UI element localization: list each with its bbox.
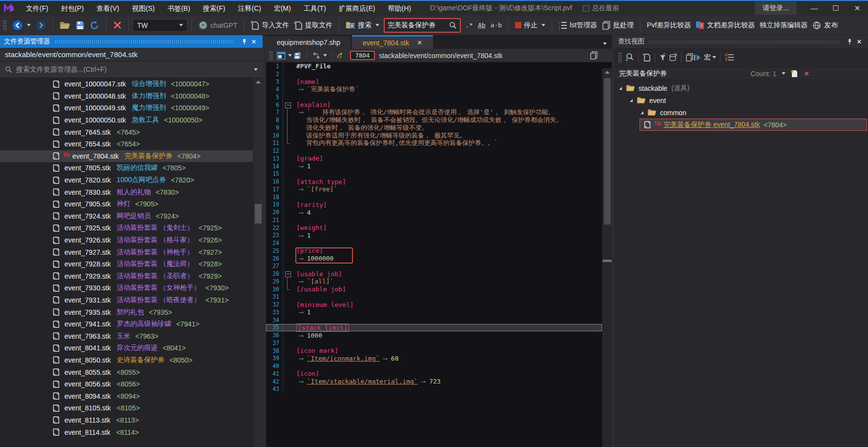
always-on-top-checkbox[interactable]: 总在最前: [583, 4, 620, 13]
find-pin-icon[interactable]: [845, 37, 854, 46]
back-button[interactable]: [10, 19, 33, 32]
code-line[interactable]: 2: [266, 70, 602, 78]
clear-list-icon[interactable]: [724, 53, 734, 61]
code-line[interactable]: 34: [266, 316, 602, 324]
save-button[interactable]: [73, 19, 87, 32]
file-item[interactable]: event_8041.stk异次元的痕迹<8041>: [0, 342, 253, 354]
file-item[interactable]: event_7928.stk活动装扮套装 （魔法师）<7928>: [0, 258, 253, 270]
tree-item-common[interactable]: common: [614, 106, 868, 119]
fold-toggle-icon[interactable]: [283, 270, 294, 278]
code-line[interactable]: 15: [266, 170, 602, 178]
find-copy-icon[interactable]: [685, 53, 694, 62]
menu-item[interactable]: 查看(V): [90, 1, 126, 16]
link-nodes-icon[interactable]: [312, 52, 321, 60]
pin-icon[interactable]: [239, 37, 249, 46]
file-item[interactable]: event_10000048.stk体力增强剂<10000048>: [0, 90, 253, 102]
match-case-toggle[interactable]: Ab: [475, 20, 488, 30]
import-file-button[interactable]: 导入文件: [248, 19, 291, 32]
menu-item[interactable]: 帮助(H): [381, 1, 417, 16]
code-line[interactable]: 4⟶ `完美装备保护券`: [266, 85, 602, 93]
file-item[interactable]: event_7929.stk活动装扮套装 （圣职者）<7929>: [0, 270, 253, 283]
regex-toggle[interactable]: .*: [463, 20, 475, 30]
back-dropdown-caret[interactable]: [27, 24, 31, 26]
code-line[interactable]: 35[stack limit]: [266, 324, 602, 332]
macro-caret[interactable]: [712, 56, 716, 59]
checkbox-icon[interactable]: [583, 5, 589, 12]
code-line[interactable]: 40: [266, 362, 602, 370]
code-line[interactable]: 20⟶ 4: [266, 208, 602, 216]
expander-icon[interactable]: [630, 99, 633, 102]
refresh-button[interactable]: [87, 19, 102, 32]
clear-result-icon[interactable]: ✕: [804, 70, 809, 78]
window-view-icon[interactable]: [277, 52, 286, 60]
close-button[interactable]: ✕: [847, 1, 868, 16]
minimize-button[interactable]: —: [804, 1, 825, 16]
save-as-icon[interactable]: [293, 52, 302, 60]
code-line[interactable]: 25[price]: [266, 247, 602, 255]
menu-item[interactable]: 封包(P): [55, 1, 90, 16]
code-line[interactable]: 5: [266, 93, 602, 101]
code-line[interactable]: 3[name]: [266, 78, 602, 86]
explorer-close-icon[interactable]: ✕: [249, 37, 259, 46]
explorer-search[interactable]: 搜索文件资源管理器...(Ctrl+F): [0, 61, 263, 78]
filter-icon[interactable]: [659, 53, 668, 62]
code-line[interactable]: 32[minimum level]: [266, 301, 602, 308]
file-item[interactable]: event_8050.stk史诗装备保护券<8050>: [0, 354, 253, 366]
code-line[interactable]: 6[explain]: [266, 101, 602, 109]
tab-equipmentshop7[interactable]: equipmentshop7.shp: [266, 36, 351, 49]
menu-item[interactable]: 扩展商店(E): [332, 1, 382, 16]
code-line[interactable]: 13[grade]: [266, 155, 602, 163]
code-line[interactable]: 14⟶ 1: [266, 163, 602, 170]
file-item[interactable]: event_8105.stk<8105>: [0, 402, 253, 414]
file-item[interactable]: event_8056.stk<8056>: [0, 378, 253, 390]
drop-editor-button[interactable]: 独立掉落编辑器: [757, 20, 810, 31]
file-item[interactable]: event_10000050.stk急救工具<10000050>: [0, 114, 253, 126]
search-input-box[interactable]: [384, 18, 461, 33]
file-item[interactable]: event_10000049.stk魔力增强剂<10000049>: [0, 102, 253, 114]
code-line[interactable]: 16[attach type]: [266, 178, 602, 185]
expander-icon[interactable]: [619, 87, 622, 90]
code-line[interactable]: 8当强化/增幅失败时， 装备不会被销毁。但无论强化/增幅成功或失败， 保护券都会…: [266, 116, 602, 124]
code-line[interactable]: 19[rarity]: [266, 201, 602, 209]
code-line[interactable]: 22[weight]: [266, 224, 602, 232]
file-item[interactable]: event_7925.stk活动装扮套装 （鬼剑士）<7925>: [0, 222, 253, 234]
code-line[interactable]: 11背包内有更高等的装备保护券时,优先使用更高等的装备保护券。。`: [266, 140, 602, 147]
tree-item-event[interactable]: event: [614, 94, 868, 106]
file-item[interactable]: event_7931.stk活动装扮套装 （暗夜使者）<7931>: [0, 294, 253, 306]
goto-tree-icon[interactable]: [336, 52, 345, 60]
window-view-caret[interactable]: [288, 54, 292, 57]
file-item[interactable]: event_7924.stk网吧促销员<7924>: [0, 210, 253, 223]
code-line[interactable]: 43: [266, 386, 602, 393]
tab-event-7804[interactable]: event_7804.stk ✕: [352, 35, 433, 49]
find-import-icon[interactable]: [642, 53, 651, 62]
explorer-scroll-thumb[interactable]: [255, 204, 262, 224]
macro-button[interactable]: 宏: [704, 53, 711, 62]
editor-scroll-thumb[interactable]: [604, 78, 611, 224]
file-item[interactable]: event_7963.stk玉米<7963>: [0, 330, 253, 342]
code-line[interactable]: 9强化失败时， 装备的强化/增幅等级不变。: [266, 124, 602, 132]
whole-word-toggle[interactable]: a·b: [488, 20, 504, 30]
code-line[interactable]: 18: [266, 193, 602, 201]
tab-overflow-caret[interactable]: [603, 42, 607, 45]
menu-item[interactable]: 工具(T): [297, 1, 332, 16]
code-line[interactable]: 30[/usable job]: [266, 285, 602, 293]
code-line[interactable]: 28[usable job]: [266, 270, 602, 278]
file-item[interactable]: event_7941.stk罗杰的高级袖珍罐<7941>: [0, 318, 253, 330]
find-toolbar-drag-handle[interactable]: [618, 52, 622, 63]
splitter-left[interactable]: [263, 35, 266, 447]
expander-icon[interactable]: [641, 111, 643, 114]
code-line[interactable]: 23⟶ 1: [266, 232, 602, 240]
menu-item[interactable]: 注释(C): [231, 1, 267, 16]
code-line[interactable]: 42⟶ `Item/stackable/material.img` ⟶ 723: [266, 378, 602, 386]
copy-path-icon[interactable]: [590, 51, 598, 60]
file-item[interactable]: Upevent_7804.stk完美装备保护券<7804>: [0, 150, 253, 163]
file-item[interactable]: event_8055.stk<8055>: [0, 366, 253, 378]
file-item[interactable]: event_7926.stk活动装扮套装 （格斗家）<7926>: [0, 234, 253, 246]
code-line[interactable]: 39⟶ `Item/iconmark.img` ⟶ 68: [266, 355, 602, 363]
code-line[interactable]: 27: [266, 263, 602, 270]
stop-button[interactable]: 停止: [513, 20, 548, 31]
batch-button[interactable]: 批处理: [599, 20, 636, 31]
editor-scrollbar[interactable]: [602, 68, 612, 447]
code-line[interactable]: 37: [266, 339, 602, 347]
pvf-diff-button[interactable]: Pvf差异比较器: [644, 20, 693, 31]
